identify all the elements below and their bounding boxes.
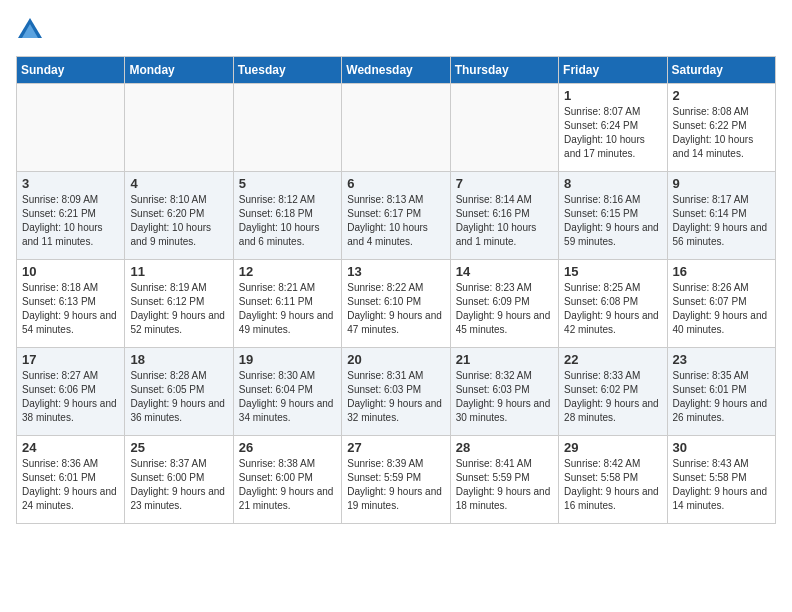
day-number: 24 [22,440,119,455]
calendar-cell: 29Sunrise: 8:42 AM Sunset: 5:58 PM Dayli… [559,436,667,524]
day-info: Sunrise: 8:39 AM Sunset: 5:59 PM Dayligh… [347,457,444,513]
calendar-cell: 27Sunrise: 8:39 AM Sunset: 5:59 PM Dayli… [342,436,450,524]
day-info: Sunrise: 8:42 AM Sunset: 5:58 PM Dayligh… [564,457,661,513]
day-number: 18 [130,352,227,367]
day-info: Sunrise: 8:21 AM Sunset: 6:11 PM Dayligh… [239,281,336,337]
day-info: Sunrise: 8:07 AM Sunset: 6:24 PM Dayligh… [564,105,661,161]
day-number: 26 [239,440,336,455]
day-info: Sunrise: 8:26 AM Sunset: 6:07 PM Dayligh… [673,281,770,337]
day-info: Sunrise: 8:09 AM Sunset: 6:21 PM Dayligh… [22,193,119,249]
day-info: Sunrise: 8:13 AM Sunset: 6:17 PM Dayligh… [347,193,444,249]
day-info: Sunrise: 8:35 AM Sunset: 6:01 PM Dayligh… [673,369,770,425]
calendar-cell: 10Sunrise: 8:18 AM Sunset: 6:13 PM Dayli… [17,260,125,348]
calendar-cell: 20Sunrise: 8:31 AM Sunset: 6:03 PM Dayli… [342,348,450,436]
day-number: 29 [564,440,661,455]
calendar-cell: 5Sunrise: 8:12 AM Sunset: 6:18 PM Daylig… [233,172,341,260]
calendar-cell: 19Sunrise: 8:30 AM Sunset: 6:04 PM Dayli… [233,348,341,436]
day-info: Sunrise: 8:25 AM Sunset: 6:08 PM Dayligh… [564,281,661,337]
calendar-cell [233,84,341,172]
day-number: 25 [130,440,227,455]
day-number: 6 [347,176,444,191]
calendar-week-4: 17Sunrise: 8:27 AM Sunset: 6:06 PM Dayli… [17,348,776,436]
day-info: Sunrise: 8:16 AM Sunset: 6:15 PM Dayligh… [564,193,661,249]
calendar-cell: 26Sunrise: 8:38 AM Sunset: 6:00 PM Dayli… [233,436,341,524]
day-number: 16 [673,264,770,279]
day-number: 4 [130,176,227,191]
calendar-cell [125,84,233,172]
day-info: Sunrise: 8:18 AM Sunset: 6:13 PM Dayligh… [22,281,119,337]
day-info: Sunrise: 8:19 AM Sunset: 6:12 PM Dayligh… [130,281,227,337]
calendar-cell: 2Sunrise: 8:08 AM Sunset: 6:22 PM Daylig… [667,84,775,172]
calendar-week-2: 3Sunrise: 8:09 AM Sunset: 6:21 PM Daylig… [17,172,776,260]
day-info: Sunrise: 8:22 AM Sunset: 6:10 PM Dayligh… [347,281,444,337]
logo-icon [16,16,44,44]
weekday-header-wednesday: Wednesday [342,57,450,84]
calendar-cell: 12Sunrise: 8:21 AM Sunset: 6:11 PM Dayli… [233,260,341,348]
weekday-header-friday: Friday [559,57,667,84]
calendar-cell: 9Sunrise: 8:17 AM Sunset: 6:14 PM Daylig… [667,172,775,260]
calendar-cell: 3Sunrise: 8:09 AM Sunset: 6:21 PM Daylig… [17,172,125,260]
calendar-cell: 1Sunrise: 8:07 AM Sunset: 6:24 PM Daylig… [559,84,667,172]
day-info: Sunrise: 8:32 AM Sunset: 6:03 PM Dayligh… [456,369,553,425]
day-number: 1 [564,88,661,103]
calendar-cell: 21Sunrise: 8:32 AM Sunset: 6:03 PM Dayli… [450,348,558,436]
calendar-cell: 7Sunrise: 8:14 AM Sunset: 6:16 PM Daylig… [450,172,558,260]
day-number: 27 [347,440,444,455]
day-info: Sunrise: 8:27 AM Sunset: 6:06 PM Dayligh… [22,369,119,425]
calendar-week-3: 10Sunrise: 8:18 AM Sunset: 6:13 PM Dayli… [17,260,776,348]
day-info: Sunrise: 8:33 AM Sunset: 6:02 PM Dayligh… [564,369,661,425]
calendar-cell: 24Sunrise: 8:36 AM Sunset: 6:01 PM Dayli… [17,436,125,524]
day-number: 12 [239,264,336,279]
day-number: 5 [239,176,336,191]
day-info: Sunrise: 8:36 AM Sunset: 6:01 PM Dayligh… [22,457,119,513]
day-number: 15 [564,264,661,279]
calendar-cell: 16Sunrise: 8:26 AM Sunset: 6:07 PM Dayli… [667,260,775,348]
day-info: Sunrise: 8:41 AM Sunset: 5:59 PM Dayligh… [456,457,553,513]
calendar-cell: 13Sunrise: 8:22 AM Sunset: 6:10 PM Dayli… [342,260,450,348]
day-number: 23 [673,352,770,367]
day-number: 9 [673,176,770,191]
day-number: 30 [673,440,770,455]
day-number: 28 [456,440,553,455]
day-number: 8 [564,176,661,191]
day-info: Sunrise: 8:10 AM Sunset: 6:20 PM Dayligh… [130,193,227,249]
calendar-cell: 25Sunrise: 8:37 AM Sunset: 6:00 PM Dayli… [125,436,233,524]
calendar-cell: 17Sunrise: 8:27 AM Sunset: 6:06 PM Dayli… [17,348,125,436]
calendar-cell: 6Sunrise: 8:13 AM Sunset: 6:17 PM Daylig… [342,172,450,260]
weekday-header-tuesday: Tuesday [233,57,341,84]
day-number: 20 [347,352,444,367]
day-number: 19 [239,352,336,367]
calendar-cell: 22Sunrise: 8:33 AM Sunset: 6:02 PM Dayli… [559,348,667,436]
calendar-week-1: 1Sunrise: 8:07 AM Sunset: 6:24 PM Daylig… [17,84,776,172]
day-number: 2 [673,88,770,103]
calendar-cell: 8Sunrise: 8:16 AM Sunset: 6:15 PM Daylig… [559,172,667,260]
day-number: 10 [22,264,119,279]
weekday-header-sunday: Sunday [17,57,125,84]
day-number: 22 [564,352,661,367]
day-info: Sunrise: 8:43 AM Sunset: 5:58 PM Dayligh… [673,457,770,513]
day-info: Sunrise: 8:23 AM Sunset: 6:09 PM Dayligh… [456,281,553,337]
weekday-header-monday: Monday [125,57,233,84]
calendar-cell: 18Sunrise: 8:28 AM Sunset: 6:05 PM Dayli… [125,348,233,436]
day-info: Sunrise: 8:31 AM Sunset: 6:03 PM Dayligh… [347,369,444,425]
calendar-week-5: 24Sunrise: 8:36 AM Sunset: 6:01 PM Dayli… [17,436,776,524]
calendar-cell: 30Sunrise: 8:43 AM Sunset: 5:58 PM Dayli… [667,436,775,524]
day-info: Sunrise: 8:17 AM Sunset: 6:14 PM Dayligh… [673,193,770,249]
calendar-cell: 4Sunrise: 8:10 AM Sunset: 6:20 PM Daylig… [125,172,233,260]
weekday-header-thursday: Thursday [450,57,558,84]
weekday-header-saturday: Saturday [667,57,775,84]
page-header [16,16,776,44]
logo [16,16,48,44]
calendar-cell: 14Sunrise: 8:23 AM Sunset: 6:09 PM Dayli… [450,260,558,348]
day-info: Sunrise: 8:14 AM Sunset: 6:16 PM Dayligh… [456,193,553,249]
day-number: 21 [456,352,553,367]
day-number: 14 [456,264,553,279]
day-number: 13 [347,264,444,279]
day-info: Sunrise: 8:08 AM Sunset: 6:22 PM Dayligh… [673,105,770,161]
calendar-cell [450,84,558,172]
calendar-cell: 15Sunrise: 8:25 AM Sunset: 6:08 PM Dayli… [559,260,667,348]
day-info: Sunrise: 8:30 AM Sunset: 6:04 PM Dayligh… [239,369,336,425]
calendar-cell: 11Sunrise: 8:19 AM Sunset: 6:12 PM Dayli… [125,260,233,348]
calendar-cell: 23Sunrise: 8:35 AM Sunset: 6:01 PM Dayli… [667,348,775,436]
calendar-table: SundayMondayTuesdayWednesdayThursdayFrid… [16,56,776,524]
